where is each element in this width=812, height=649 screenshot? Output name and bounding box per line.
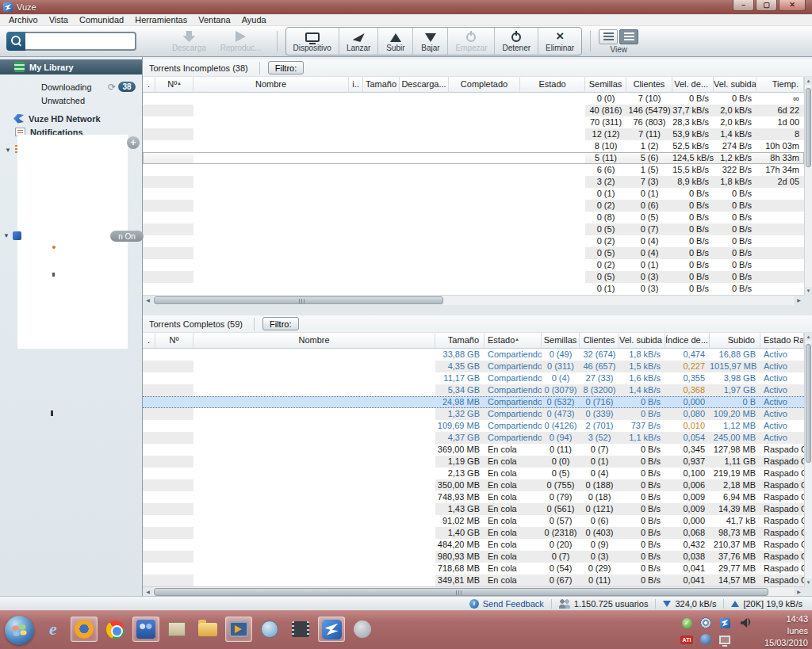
complete-vertical-scrollbar[interactable]: ▲ ▼ — [804, 333, 812, 586]
column-header[interactable]: Semillas — [542, 333, 580, 349]
volume-tray-icon[interactable] — [736, 615, 752, 631]
column-header[interactable]: Tiemp. — [756, 77, 804, 93]
toolbar-button-detener[interactable]: Detener — [495, 28, 538, 55]
incomplete-filter-button[interactable]: Filtro: — [268, 61, 304, 74]
torrent-row[interactable]: 0 (5)0 (4)0 B/s0 B/s — [143, 247, 804, 259]
menu-ventana[interactable]: Ventana — [193, 14, 236, 26]
column-header[interactable]: Semillas — [585, 77, 626, 93]
toolbar-button-subir[interactable]: Subir — [378, 28, 413, 55]
title-bar[interactable]: Vuze – ▢ ✕ — [0, 0, 812, 14]
incomplete-vertical-scrollbar[interactable]: ▲ ▼ — [804, 77, 812, 295]
column-header[interactable]: Nombre — [193, 77, 349, 93]
scroll-right-icon[interactable]: ▶ — [794, 296, 804, 305]
column-header[interactable]: Vel. de... — [672, 77, 714, 93]
add-subscription-button[interactable]: + — [127, 136, 140, 149]
sidebar-section-devices[interactable]: ▼ n On — [0, 231, 143, 242]
torrent-row[interactable]: 1,19 GBEn cola0 (0)0 (1)0 B/s0,9371,11 G… — [143, 456, 804, 468]
settings-taskbar-button[interactable] — [349, 617, 376, 642]
column-header[interactable]: Clientes — [580, 333, 619, 349]
close-button[interactable]: ✕ — [779, 0, 806, 11]
scroll-left-icon[interactable]: ◀ — [143, 296, 153, 305]
menu-archivo[interactable]: Archivo — [3, 14, 44, 26]
column-header[interactable]: Estado▴ — [485, 333, 542, 349]
sidebar-item-vuze-hd-network[interactable]: Vuze HD Network — [0, 112, 142, 125]
column-header[interactable]: Nº▴ — [155, 77, 193, 93]
column-header[interactable]: Índice de... — [665, 333, 710, 349]
torrent-row[interactable]: 4,35 GBCompartiendo0 (311)46 (657)1,5 kB… — [143, 361, 804, 372]
torrent-row[interactable]: 91,02 MBEn cola0 (57)0 (6)0 B/s0,00041,7… — [143, 515, 804, 527]
scroll-up-icon[interactable]: ▲ — [805, 77, 812, 85]
column-header[interactable]: Nombre — [193, 333, 435, 349]
media-player-taskbar-button[interactable] — [225, 617, 252, 642]
scrollbar-thumb[interactable] — [806, 344, 811, 463]
column-header[interactable]: Vel. subida — [619, 333, 665, 349]
torrent-row[interactable]: 484,20 MBEn cola0 (20)0 (9)0 B/s0,432210… — [143, 539, 804, 551]
column-header[interactable]: . — [143, 333, 155, 349]
maximize-button[interactable]: ▢ — [756, 0, 777, 11]
sphere-tray-icon[interactable] — [698, 632, 714, 647]
view-detail-list-icon[interactable] — [619, 29, 638, 44]
torrent-row[interactable]: 11,17 GBCompartiendo0 (4)27 (33)1,6 kB/s… — [143, 372, 804, 384]
chevron-down-icon[interactable]: ▼ — [3, 232, 10, 239]
column-header[interactable]: Estado Ras — [760, 333, 804, 349]
torrent-row[interactable]: 0 (2)0 (4)0 B/s0 B/s — [143, 235, 804, 247]
search-icon[interactable] — [6, 32, 25, 51]
torrent-row[interactable]: 6 (6)1 (5)15,5 kB/s322 B/s17h 34m — [143, 164, 804, 176]
disc-tray-icon[interactable] — [698, 615, 714, 631]
folder-taskbar-button[interactable] — [194, 617, 221, 642]
taskbar-clock[interactable]: 14:43 lunes 15/03/2010 — [753, 613, 808, 649]
column-header[interactable]: Nº — [155, 333, 193, 349]
torrent-row[interactable]: 718,68 MBEn cola0 (54)0 (29)0 B/s0,04129… — [143, 563, 804, 575]
torrent-row[interactable]: 12 (12)7 (11)53,9 kB/s1,4 kB/s8 — [143, 128, 804, 140]
torrent-row[interactable]: 5,34 GBCompartiendo0 (3079)8 (3200)1,4 k… — [143, 384, 804, 396]
torrent-row[interactable]: 0 (2)0 (6)0 B/s0 B/s — [143, 200, 804, 212]
torrent-row[interactable]: 0 (0)7 (10)0 B/s0 B/s∞ — [143, 93, 804, 105]
scroll-down-icon[interactable]: ▼ — [805, 287, 812, 295]
search-input[interactable] — [25, 32, 136, 51]
vuze-taskbar-button[interactable] — [318, 617, 345, 642]
torrent-row[interactable]: 33,88 GBCompartiendo0 (49)32 (674)1,8 kB… — [143, 349, 804, 361]
toolbar-button-eliminar[interactable]: Eliminar — [538, 28, 581, 55]
column-header[interactable]: Tamaño — [363, 77, 400, 93]
incomplete-horizontal-scrollbar[interactable]: ◀ ▶ — [143, 295, 804, 305]
menu-ayuda[interactable]: Ayuda — [236, 14, 272, 26]
internet-explorer-taskbar-button[interactable] — [40, 617, 67, 642]
torrent-row[interactable]: 0 (1)0 (3)0 B/s0 B/s — [143, 283, 804, 295]
torrent-row[interactable]: 350,00 MBEn cola0 (755)0 (188)0 B/s0,006… — [143, 479, 804, 491]
torrent-row[interactable]: 5 (11)5 (6)124,5 kB/s1,2 kB/s8h 33m — [143, 152, 804, 164]
menu-vista[interactable]: Vista — [44, 14, 74, 26]
column-header[interactable]: Vel. subida — [714, 77, 756, 93]
chevron-down-icon[interactable]: ▼ — [5, 147, 11, 154]
menu-comunidad[interactable]: Comunidad — [74, 14, 129, 26]
toolbar-button-bajar[interactable]: Bajar — [413, 28, 448, 55]
torrent-row[interactable]: 1,40 GBEn cola0 (2318)0 (403)0 B/s0,0689… — [143, 527, 804, 539]
update-tray-icon[interactable] — [679, 615, 695, 631]
column-header[interactable]: Completado — [449, 77, 520, 93]
column-header[interactable]: Descarga... — [400, 77, 449, 93]
torrent-row[interactable]: 70 (311)76 (803)28,3 kB/s2,0 kB/s1d 00 — [143, 116, 804, 128]
scroll-down-icon[interactable]: ▼ — [805, 578, 812, 586]
torrent-row[interactable]: 109,69 MBCompartiendo0 (4126)2 (701)737 … — [143, 420, 804, 432]
sidebar-item-unwatched[interactable]: Unwatched — [0, 94, 142, 107]
vuze-tray-tray-icon[interactable] — [717, 615, 733, 631]
scroll-up-icon[interactable]: ▲ — [805, 333, 812, 341]
complete-filter-button[interactable]: Filtro: — [262, 317, 299, 330]
column-header[interactable]: Estado — [520, 77, 585, 93]
minimize-button[interactable]: – — [733, 0, 754, 11]
torrent-row[interactable]: 0 (5)0 (7)0 B/s0 B/s — [143, 223, 804, 235]
toolbar-button-dispositivo[interactable]: Dispositivo — [286, 28, 339, 55]
torrent-row[interactable]: 980,93 MBEn cola0 (7)0 (3)0 B/s0,03837,7… — [143, 551, 804, 563]
torrent-row[interactable]: 1,43 GBEn cola0 (561)0 (121)0 B/s0,00914… — [143, 503, 804, 515]
column-header[interactable]: . — [143, 77, 155, 93]
menu-herramientas[interactable]: Herramientas — [129, 14, 193, 26]
torrent-row[interactable]: 4,37 GBCompartiendo0 (94)3 (52)1,1 kB/s0… — [143, 432, 804, 444]
mail-taskbar-button[interactable] — [163, 617, 190, 642]
sidebar-item-downloading[interactable]: Downloading ⟳ 38 — [0, 80, 142, 94]
turn-on-badge[interactable]: n On — [110, 231, 144, 242]
torrent-row[interactable]: 349,81 MBEn cola0 (67)0 (11)0 B/s0,04114… — [143, 575, 804, 586]
torrent-row[interactable]: 748,93 MBEn cola0 (79)0 (18)0 B/s0,0096,… — [143, 491, 804, 503]
scrollbar-thumb[interactable] — [154, 588, 768, 596]
start-button[interactable] — [5, 616, 34, 645]
torrent-row[interactable]: 0 (5)0 (3)0 B/s0 B/s — [143, 271, 804, 283]
column-header[interactable]: i.. — [349, 77, 363, 93]
